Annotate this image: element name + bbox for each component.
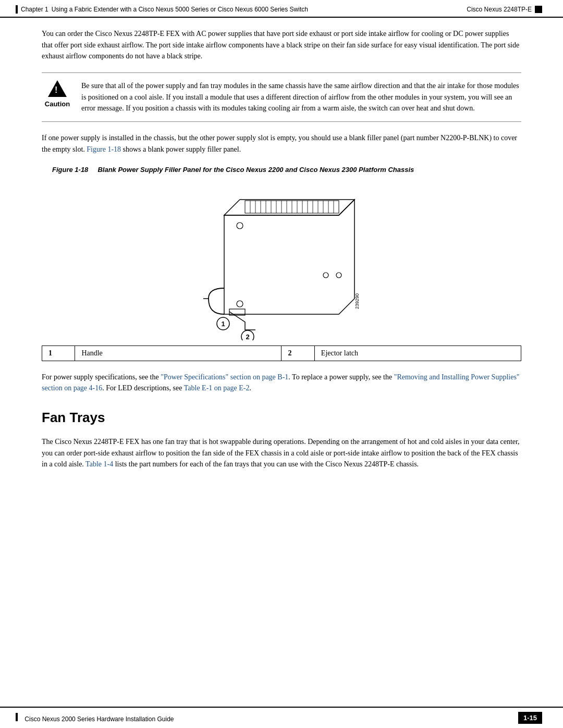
callout-1-label: Handle bbox=[75, 346, 282, 361]
para3-start: For power supply specifications, see the bbox=[42, 373, 161, 381]
footer-left: Cisco Nexus 2000 Series Hardware Install… bbox=[16, 713, 174, 723]
para4: The Cisco Nexus 2248TP-E FEX has one fan… bbox=[42, 436, 521, 470]
callout-1-num: 1 bbox=[42, 346, 75, 361]
caution-label: Caution bbox=[45, 100, 70, 108]
table-1-4-link[interactable]: Table 1-4 bbox=[85, 460, 113, 468]
svg-point-23 bbox=[336, 273, 341, 278]
header-left-bar bbox=[16, 5, 18, 14]
figure-1-18-link[interactable]: Figure 1-18 bbox=[87, 145, 121, 153]
svg-marker-0 bbox=[224, 200, 354, 314]
svg-text:1: 1 bbox=[221, 320, 225, 328]
caution-text: Be sure that all of the power supply and… bbox=[81, 80, 521, 114]
page-number: 1-15 bbox=[518, 712, 542, 724]
para3: For power supply specifications, see the… bbox=[42, 372, 521, 394]
svg-text:239290: 239290 bbox=[354, 293, 360, 309]
callout-2-num: 2 bbox=[282, 346, 314, 361]
header-chapter-title: Using a Fabric Extender with a Cisco Nex… bbox=[52, 6, 308, 13]
callout-row-1: 1 Handle 2 Ejector latch bbox=[42, 346, 521, 361]
fan-trays-heading: Fan Trays bbox=[42, 410, 521, 426]
para3-final: . bbox=[249, 384, 251, 392]
header-right: Cisco Nexus 2248TP-E bbox=[467, 6, 542, 13]
para3-mid: . To replace a power supply, see the bbox=[288, 373, 394, 381]
svg-point-22 bbox=[323, 273, 328, 278]
svg-point-20 bbox=[237, 223, 243, 229]
para2-end: shows a blank power supply filler panel. bbox=[121, 145, 241, 153]
header-right-title: Cisco Nexus 2248TP-E bbox=[467, 6, 532, 13]
caution-triangle-icon bbox=[48, 80, 67, 97]
callout-table: 1 Handle 2 Ejector latch bbox=[42, 346, 521, 361]
header-right-bar bbox=[535, 6, 542, 13]
page-footer: Cisco Nexus 2000 Series Hardware Install… bbox=[0, 707, 563, 728]
para1: You can order the Cisco Nexus 2248TP-E F… bbox=[42, 28, 521, 62]
figure-title: Blank Power Supply Filler Panel for the … bbox=[97, 166, 414, 174]
svg-text:2: 2 bbox=[246, 333, 249, 340]
figure-section: Figure 1-18 Blank Power Supply Filler Pa… bbox=[42, 166, 521, 361]
power-spec-link[interactable]: "Power Specifications" section on page B… bbox=[161, 373, 288, 381]
caution-icon-area: Caution bbox=[42, 80, 73, 108]
figure-container: 1 2 239290 bbox=[42, 184, 521, 340]
para2: If one power supply is installed in the … bbox=[42, 132, 521, 155]
header-chapter-label: Chapter 1 bbox=[21, 6, 48, 13]
table-e1-link[interactable]: Table E-1 on page E-2 bbox=[184, 384, 250, 392]
para3-end: . For LED descriptions, see bbox=[102, 384, 183, 392]
power-supply-diagram: 1 2 239290 bbox=[193, 184, 370, 340]
header-left: Chapter 1 Using a Fabric Extender with a… bbox=[16, 5, 308, 14]
figure-caption: Figure 1-18 Blank Power Supply Filler Pa… bbox=[42, 166, 521, 174]
footer-left-bar bbox=[16, 713, 18, 721]
svg-point-21 bbox=[237, 301, 243, 307]
callout-2-label: Ejector latch bbox=[314, 346, 521, 361]
caution-box: Caution Be sure that all of the power su… bbox=[42, 72, 521, 122]
page-header: Chapter 1 Using a Fabric Extender with a… bbox=[0, 0, 563, 18]
figure-label: Figure 1-18 bbox=[52, 166, 88, 174]
main-content: You can order the Cisco Nexus 2248TP-E F… bbox=[0, 18, 563, 520]
footer-text: Cisco Nexus 2000 Series Hardware Install… bbox=[25, 715, 174, 723]
